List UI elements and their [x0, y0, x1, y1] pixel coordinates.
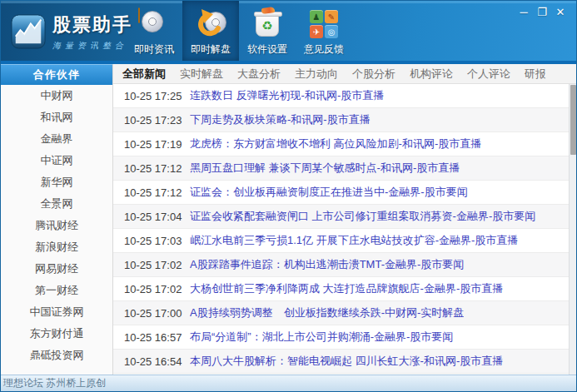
stock-chart-logo-icon: [11, 14, 46, 49]
sidebar-item-yicai[interactable]: 第一财经: [1, 280, 112, 301]
tab-personal-review[interactable]: 个人评论: [467, 67, 510, 82]
news-title-link[interactable]: A股持续弱势调整 创业板指数继续杀跌-中财网-实时解盘: [190, 305, 464, 320]
main-panel: 全部新闻 实时解盘 大盘分析 主力动向 个股分析 机构评论 个人评论 研报 10…: [113, 64, 576, 375]
status-bar: 理想论坛 苏州桥上原创: [1, 375, 576, 391]
sidebar-item-hexun[interactable]: 和讯网: [1, 107, 112, 128]
news-title-link[interactable]: 布局“分道制”：湖北上市公司并购潮涌-金融界-股市要闻: [190, 330, 453, 345]
news-row: 10-25 17:12 证监会：创业板再融资制度正在推进当中-金融界-股市要闻: [113, 181, 569, 205]
news-title-link[interactable]: 龙虎榜：东方财富增收不增利 高位风险加剧-和讯网-股市直播: [190, 136, 481, 151]
toolbar: 即时资讯 即时解盘 ♻ 软件: [126, 1, 352, 61]
sidebar-item-zhongzheng[interactable]: 中证网: [1, 150, 112, 171]
news-scrollbar[interactable]: [569, 84, 576, 375]
news-time: 10-25 17:12: [113, 186, 190, 199]
tab-research-report[interactable]: 研报: [525, 67, 546, 82]
news-time: 10-25 17:19: [113, 138, 190, 151]
cd-disc-icon: [138, 8, 170, 40]
sidebar-item-jinrongjie[interactable]: 金融界: [1, 128, 112, 150]
sidebar-item-xinhua[interactable]: 新华网: [1, 171, 112, 193]
window-controls: ─ ❐ ✕: [515, 5, 570, 20]
news-title-link[interactable]: 大杨创世前三季净利降两成 大连打造品牌旗舰店-金融界-股市直播: [190, 281, 503, 296]
news-row: 10-25 16:57 布局“分道制”：湖北上市公司并购潮涌-金融界-股市要闻: [113, 325, 569, 350]
toolbar-button-instant-analysis[interactable]: 即时解盘: [182, 1, 239, 61]
news-row: 10-25 17:19 龙虎榜：东方财富增收不增利 高位风险加剧-和讯网-股市直…: [113, 132, 569, 156]
window-body: 合作伙伴 中财网 和讯网 金融界 中证网 新华网 全景网 腾讯财经 新浪财经 网…: [1, 64, 576, 375]
feedback-grid-icon: ♟ ✎ ✈ ◎: [308, 8, 340, 40]
sidebar-item-tencent-finance[interactable]: 腾讯财经: [1, 215, 112, 236]
sidebar-item-eastmoney-pay[interactable]: 东方财付通: [1, 323, 112, 345]
tab-stock-analysis[interactable]: 个股分析: [352, 67, 395, 82]
news-row: 10-25 17:25 连跌数日 反弹曙光初现-和讯网-股市直播: [113, 84, 569, 108]
cd-arrow-icon: [195, 8, 226, 40]
news-title-link[interactable]: 黑周五盘口理解 兼谈下周某个敏感时点-和讯网-股市直播: [190, 161, 460, 176]
app-logo: 股票助手 海量资讯整合: [1, 1, 126, 61]
news-time: 10-25 17:23: [113, 114, 190, 127]
news-row: 10-25 17:02 大杨创世前三季净利降两成 大连打造品牌旗舰店-金融界-股…: [113, 277, 569, 301]
toolbar-button-feedback[interactable]: ♟ ✎ ✈ ◎ 意见反馈: [296, 1, 352, 61]
news-time: 10-25 17:04: [113, 211, 190, 223]
news-row: 10-25 17:12 黑周五盘口理解 兼谈下周某个敏感时点-和讯网-股市直播: [113, 156, 569, 181]
sidebar-item-netease-finance[interactable]: 网易财经: [1, 258, 112, 280]
tab-market-analysis[interactable]: 大盘分析: [237, 67, 281, 82]
news-row: 10-25 17:23 下周走势及板块策略-和讯网-股市直播: [113, 108, 569, 132]
app-window: 股票助手 海量资讯整合 即时资讯 即时解盘: [0, 0, 577, 392]
scrollbar-thumb[interactable]: [570, 85, 576, 155]
news-row: 10-25 16:54 本周八大牛股解析：智能电视崛起 四川长虹大涨-和讯网-股…: [113, 350, 569, 374]
sidebar-item-china-securities[interactable]: 中国证券网: [1, 301, 112, 323]
news-time: 10-25 17:12: [113, 162, 190, 175]
sidebar-item-zhongcai[interactable]: 中财网: [1, 85, 112, 107]
news-time: 10-25 17:03: [113, 235, 190, 247]
news-title-link[interactable]: 证监会收紧配套融资闸口 上市公司修订重组案取消募资-金融界-股市要闻: [190, 209, 535, 224]
news-time: 10-25 17:02: [113, 259, 190, 271]
toolbar-button-label: 即时资讯: [134, 42, 174, 57]
toolbar-button-instant-news[interactable]: 即时资讯: [126, 1, 182, 61]
maximize-button[interactable]: ❐: [533, 5, 551, 20]
title-bar[interactable]: 股票助手 海量资讯整合 即时资讯 即时解盘: [1, 1, 576, 61]
close-button[interactable]: ✕: [551, 5, 570, 20]
news-row: 10-25 17:02 A股踩踏事件追踪：机构出逃潮击溃TMT-金融界-股市要闻: [113, 253, 569, 277]
minimize-button[interactable]: ─: [515, 5, 533, 20]
app-title: 股票助手: [52, 12, 132, 37]
news-title-link[interactable]: 证监会：创业板再融资制度正在推进当中-金融界-股市要闻: [190, 185, 468, 200]
news-title-link[interactable]: 岷江水电前三季亏损1.1亿 开展下庄水电站技改扩容-金融界-股市直播: [190, 233, 518, 248]
news-row: 10-25 17:00 A股持续弱势调整 创业板指数继续杀跌-中财网-实时解盘: [113, 301, 569, 325]
sidebar-item-dingdi-invest[interactable]: 鼎砥投资网: [1, 345, 112, 366]
recycle-bin-icon: ♻: [251, 8, 283, 40]
news-row: 10-25 17:04 证监会收紧配套融资闸口 上市公司修订重组案取消募资-金融…: [113, 205, 569, 229]
sidebar-item-sina-finance[interactable]: 新浪财经: [1, 236, 112, 258]
toolbar-button-settings[interactable]: ♻ 软件设置: [239, 1, 296, 61]
status-text: 理想论坛 苏州桥上原创: [3, 377, 106, 389]
news-time: 10-25 17:00: [113, 307, 190, 320]
news-time: 10-25 16:54: [113, 355, 190, 368]
news-row: 10-25 17:03 岷江水电前三季亏损1.1亿 开展下庄水电站技改扩容-金融…: [113, 229, 569, 253]
news-title-link[interactable]: 本周八大牛股解析：智能电视崛起 四川长虹大涨-和讯网-股市直播: [190, 354, 503, 369]
news-list: 10-25 17:25 连跌数日 反弹曙光初现-和讯网-股市直播 10-25 1…: [113, 84, 576, 375]
news-time: 10-25 17:02: [113, 283, 190, 295]
sidebar-item-quanjing[interactable]: 全景网: [1, 193, 112, 215]
news-time: 10-25 16:57: [113, 331, 190, 344]
toolbar-button-label: 意见反馈: [304, 42, 344, 57]
news-title-link[interactable]: A股踩踏事件追踪：机构出逃潮击溃TMT-金融界-股市要闻: [190, 257, 464, 272]
sidebar-header: 合作伙伴: [1, 64, 112, 85]
toolbar-button-label: 即时解盘: [191, 42, 231, 57]
app-subtitle: 海量资讯整合: [52, 40, 132, 52]
tab-institution-review[interactable]: 机构评论: [410, 67, 453, 82]
toolbar-button-label: 软件设置: [247, 42, 287, 57]
news-time: 10-25 17:25: [113, 90, 190, 102]
news-title-link[interactable]: 下周走势及板块策略-和讯网-股市直播: [190, 112, 371, 127]
news-tabbar: 全部新闻 实时解盘 大盘分析 主力动向 个股分析 机构评论 个人评论 研报: [113, 64, 576, 84]
tab-realtime-analysis[interactable]: 实时解盘: [180, 67, 223, 82]
tab-all-news[interactable]: 全部新闻: [122, 67, 166, 82]
tab-main-force[interactable]: 主力动向: [295, 67, 338, 82]
partner-sidebar: 合作伙伴 中财网 和讯网 金融界 中证网 新华网 全景网 腾讯财经 新浪财经 网…: [1, 64, 113, 375]
news-title-link[interactable]: 连跌数日 反弹曙光初现-和讯网-股市直播: [190, 88, 384, 103]
logo-text: 股票助手 海量资讯整合: [52, 12, 132, 52]
